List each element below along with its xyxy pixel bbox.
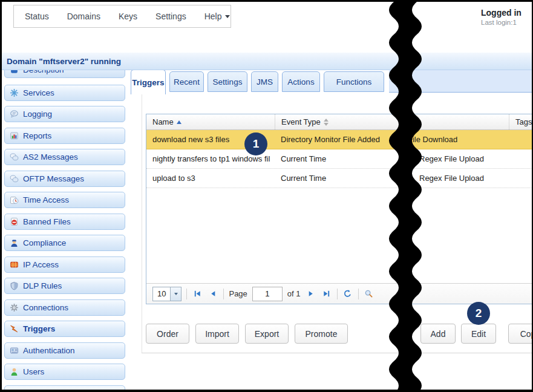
banned-files-icon bbox=[10, 217, 19, 226]
pagination-toolbar: 10 Page of 1 bbox=[146, 283, 532, 304]
authentication-icon bbox=[10, 346, 19, 355]
annotation-circle-1: 1 bbox=[244, 132, 267, 155]
add-button[interactable]: Add bbox=[420, 324, 456, 344]
import-button[interactable]: Import bbox=[195, 324, 239, 344]
annotation-number: 1 bbox=[253, 137, 260, 151]
sidebar-item-time-access[interactable]: Time Access bbox=[4, 192, 125, 208]
cell-event-type: Directory Monitor File Added bbox=[281, 130, 420, 149]
domain-title: Domain "mftserver2" running bbox=[2, 57, 121, 66]
logged-in-text: Logged in bbox=[481, 8, 533, 18]
as2-messages-icon bbox=[10, 152, 19, 162]
page-number-input[interactable] bbox=[252, 287, 283, 301]
sort-both-icon bbox=[324, 119, 329, 126]
button-label: Promote bbox=[306, 329, 338, 339]
chevron-down-icon bbox=[225, 15, 230, 18]
button-label: Export bbox=[255, 329, 279, 339]
tab-strip-extension bbox=[389, 70, 533, 93]
sidebar-item-label: Connections bbox=[23, 303, 68, 312]
search-icon[interactable] bbox=[364, 289, 374, 299]
logging-icon bbox=[10, 109, 19, 119]
sidebar-item-label: Triggers bbox=[23, 324, 55, 333]
column-label: Event Type bbox=[281, 117, 321, 126]
menu-status[interactable]: Status bbox=[25, 11, 49, 21]
sidebar-item-as2-messages[interactable]: AS2 Messages bbox=[4, 149, 125, 165]
menu-keys[interactable]: Keys bbox=[119, 11, 137, 21]
menu-help-label: Help bbox=[204, 11, 222, 21]
tab-triggers[interactable]: Triggers bbox=[131, 70, 166, 94]
sidebar-item-reports[interactable]: Reports bbox=[4, 128, 125, 144]
reports-icon bbox=[10, 131, 19, 140]
top-menubar: Status Domains Keys Settings Help bbox=[13, 5, 231, 28]
users-icon bbox=[10, 367, 19, 376]
sidebar-item-services[interactable]: Services bbox=[4, 85, 125, 101]
tab-label: Actions bbox=[287, 77, 314, 87]
cell-event-type-fragment: Regex File Upload bbox=[419, 149, 507, 168]
chevron-down-icon bbox=[170, 287, 181, 301]
sidebar-item-dlp-rules[interactable]: DLP Rules bbox=[4, 278, 125, 294]
export-button[interactable]: Export bbox=[245, 324, 289, 344]
copy-button[interactable]: Copy bbox=[508, 324, 533, 344]
next-page-button[interactable] bbox=[306, 289, 316, 299]
sidebar-item-partial[interactable] bbox=[4, 385, 125, 392]
page-count-label: of 1 bbox=[287, 289, 301, 298]
last-page-button[interactable] bbox=[321, 289, 332, 299]
column-header-name[interactable]: Name bbox=[146, 114, 275, 129]
connections-icon bbox=[10, 303, 19, 312]
sidebar-item-compliance[interactable]: Compliance bbox=[4, 235, 125, 251]
sidebar-item-ip-access[interactable]: IP Access bbox=[4, 256, 125, 273]
sidebar-item-banned-files[interactable]: Banned Files bbox=[4, 214, 125, 230]
column-header-event-type[interactable]: Event Type bbox=[275, 114, 509, 129]
sidebar-item-label: AS2 Messages bbox=[23, 152, 78, 162]
tab-jms[interactable]: JMS bbox=[251, 71, 278, 92]
tab-label: Functions bbox=[336, 77, 372, 87]
sidebar-item-label: Time Access bbox=[23, 195, 69, 204]
sidebar-item-label: Users bbox=[23, 367, 44, 376]
cell-event-type-fragment: r File Download bbox=[403, 130, 506, 149]
sidebar-item-logging[interactable]: Logging bbox=[4, 106, 125, 122]
sidebar-item-label: IP Access bbox=[23, 260, 59, 269]
tab-recent[interactable]: Recent bbox=[169, 71, 204, 92]
time-access-icon bbox=[10, 195, 19, 204]
menu-help[interactable]: Help bbox=[204, 11, 231, 21]
domain-status-bar: Domain "mftserver2" running bbox=[2, 53, 532, 70]
page-size-value: 10 bbox=[153, 289, 170, 298]
oftp-messages-icon bbox=[10, 174, 19, 183]
prev-page-button[interactable] bbox=[208, 289, 218, 299]
table-row[interactable]: download new s3 files Directory Monitor … bbox=[146, 130, 532, 149]
sidebar-item-oftp-messages[interactable]: OFTP Messages bbox=[4, 171, 125, 187]
promote-button[interactable]: Promote bbox=[295, 324, 348, 344]
annotation-number: 2 bbox=[476, 307, 482, 320]
tab-functions[interactable]: Functions bbox=[324, 71, 384, 92]
sidebar-item-users[interactable]: Users bbox=[4, 364, 125, 380]
table-row[interactable]: nightly transfers to tp1 windows fil Cur… bbox=[146, 149, 532, 169]
sidebar-item-connections[interactable]: Connections bbox=[4, 299, 125, 316]
sidebar-item-label: Logging bbox=[23, 109, 52, 119]
order-button[interactable]: Order bbox=[146, 324, 189, 344]
sidebar-item-label: DLP Rules bbox=[23, 281, 62, 290]
menu-domains[interactable]: Domains bbox=[67, 11, 100, 21]
column-header-tags[interactable]: Tags bbox=[509, 114, 532, 129]
tab-label: Triggers bbox=[132, 78, 164, 87]
tab-actions[interactable]: Actions bbox=[282, 71, 320, 92]
sidebar-nav: Description Services Logging Reports AS2… bbox=[4, 70, 131, 392]
first-page-button[interactable] bbox=[192, 289, 203, 299]
edit-button[interactable]: Edit bbox=[461, 324, 496, 344]
sidebar-item-triggers[interactable]: Triggers bbox=[4, 321, 125, 337]
column-label: Tags bbox=[515, 117, 532, 126]
ip-access-icon bbox=[10, 260, 19, 269]
tab-label: Recent bbox=[174, 77, 200, 87]
table-row[interactable]: upload to s3 Current Time Regex File Upl… bbox=[146, 169, 532, 188]
sidebar-item-authentication[interactable]: Authentication bbox=[4, 342, 125, 359]
button-label: Order bbox=[157, 329, 178, 339]
screenshot-frame: Status Domains Keys Settings Help Logged… bbox=[0, 0, 533, 392]
triggers-table: Name Event Type Tags download new s3 fil… bbox=[146, 114, 533, 304]
button-label: Edit bbox=[471, 329, 486, 339]
menu-settings[interactable]: Settings bbox=[155, 11, 186, 21]
page-size-select[interactable]: 10 bbox=[152, 287, 181, 301]
tab-settings[interactable]: Settings bbox=[208, 71, 247, 92]
refresh-icon[interactable] bbox=[342, 289, 353, 299]
cell-event-type-fragment: Regex File Upload bbox=[419, 169, 507, 188]
compliance-icon bbox=[10, 238, 19, 247]
content-panel-left-border bbox=[142, 94, 142, 353]
cell-event-type: Current Time bbox=[281, 149, 402, 168]
